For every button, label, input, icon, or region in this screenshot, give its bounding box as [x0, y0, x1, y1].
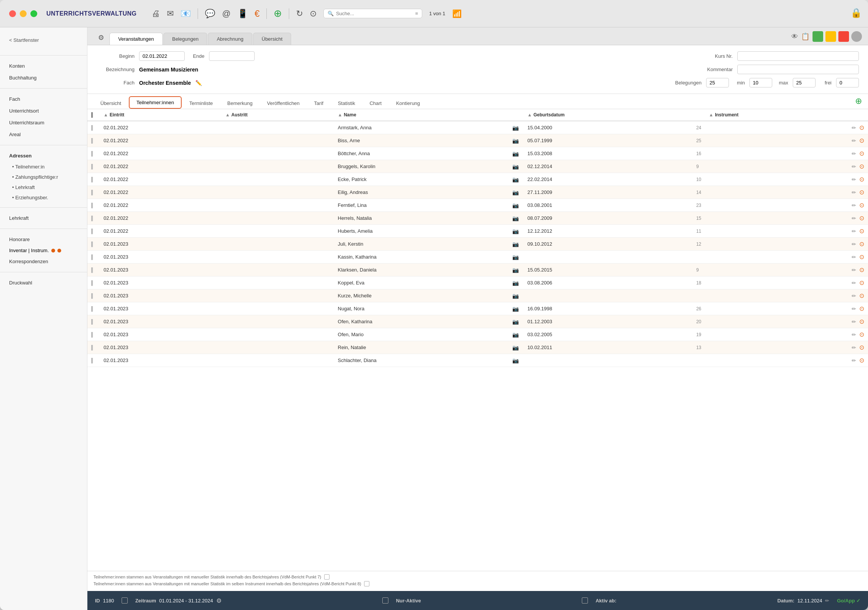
edit-icon[interactable]: ✏ — [852, 164, 856, 170]
sidebar-erziehungsber[interactable]: Erziehungsber. — [0, 193, 87, 202]
sidebar-back[interactable]: < Startfenster — [0, 35, 87, 45]
open-icon[interactable]: ⊙ — [859, 124, 864, 131]
sidebar-zahlungspflichtige[interactable]: Zahlungspflichtige:r — [0, 173, 87, 181]
sidebar-lehrkraft-item[interactable]: Lehrkraft — [0, 213, 87, 223]
edit-icon[interactable]: ✏ — [852, 202, 856, 208]
subtab-veroeffentlichen[interactable]: Veröffentlichen — [260, 98, 307, 109]
subtab-kontierung[interactable]: Kontierung — [389, 98, 427, 109]
sidebar-teilnehmer[interactable]: Teilnehmer:in — [0, 162, 87, 171]
sidebar-druckwahl[interactable]: Druckwahl — [0, 278, 87, 288]
sidebar-inventar-row[interactable]: Inventar | Instrum. — [0, 246, 87, 255]
help-icon[interactable]: ⊙ — [310, 9, 317, 19]
sms-icon[interactable]: 💬 — [205, 9, 215, 19]
open-icon[interactable]: ⊙ — [859, 163, 864, 170]
th-name[interactable]: ▲Name — [334, 109, 508, 121]
open-icon[interactable]: ⊙ — [859, 318, 864, 325]
subtab-bemerkung[interactable]: Bemerkung — [220, 98, 259, 109]
goapp-label[interactable]: Go/App ✓ — [837, 598, 860, 604]
kurs-nr-input[interactable] — [737, 51, 859, 61]
tab-veranstaltungen[interactable]: Veranstaltungen — [109, 33, 163, 45]
open-icon[interactable]: ⊙ — [859, 137, 864, 144]
sidebar-buchhaltung[interactable]: Buchhaltung — [0, 73, 87, 83]
beginn-input[interactable] — [139, 51, 185, 61]
open-icon[interactable]: ⊙ — [859, 176, 864, 183]
eye-icon[interactable]: 👁 — [791, 33, 798, 41]
edit-icon[interactable]: ✏ — [852, 176, 856, 183]
sidebar-unterrichtsort[interactable]: Unterrichtsort — [0, 106, 87, 116]
edit-icon[interactable]: ✏ — [852, 138, 856, 144]
sidebar-lehrkraft[interactable]: Lehrkraft — [0, 183, 87, 192]
th-bar[interactable]: ▌ — [87, 109, 100, 121]
sidebar-honorare[interactable]: Honorare — [0, 234, 87, 245]
edit-icon[interactable]: ✏ — [852, 319, 856, 325]
belegungen-input[interactable] — [706, 78, 729, 87]
edit-icon[interactable]: ✏ — [852, 293, 856, 299]
edit-icon[interactable]: ✏ — [852, 125, 856, 131]
datum-edit-icon[interactable]: ✏ — [825, 598, 829, 604]
th-austritt[interactable]: ▲Austritt — [222, 109, 334, 121]
zeitraum-checkbox[interactable] — [122, 597, 128, 604]
fach-edit-icon[interactable]: ✏️ — [195, 80, 202, 86]
open-icon[interactable]: ⊙ — [859, 279, 864, 286]
th-geburtsdatum[interactable]: ▲Geburtsdatum — [524, 109, 692, 121]
maximize-button[interactable] — [30, 10, 37, 17]
open-icon[interactable]: ⊙ — [859, 227, 864, 235]
aktiv-ab-checkbox[interactable] — [582, 597, 588, 604]
edit-icon[interactable]: ✏ — [852, 267, 856, 273]
open-icon[interactable]: ⊙ — [859, 331, 864, 338]
email2-icon[interactable]: 📧 — [181, 9, 191, 19]
edit-icon[interactable]: ✏ — [852, 189, 856, 195]
subtab-uebersicht[interactable]: Übersicht — [93, 98, 128, 109]
min-input[interactable] — [749, 78, 772, 87]
close-button[interactable] — [9, 10, 16, 17]
note-icon[interactable]: 📋 — [801, 32, 809, 41]
open-icon[interactable]: ⊙ — [859, 266, 864, 273]
open-icon[interactable]: ⊙ — [859, 189, 864, 196]
open-icon[interactable]: ⊙ — [859, 357, 864, 364]
print-icon[interactable]: 🖨 — [152, 9, 160, 19]
zeitraum-gear-icon[interactable]: ⚙ — [216, 597, 222, 604]
edit-icon[interactable]: ✏ — [852, 151, 856, 157]
status-goapp[interactable]: Go/App ✓ — [837, 598, 860, 604]
minimize-button[interactable] — [20, 10, 27, 17]
open-icon[interactable]: ⊙ — [859, 292, 864, 299]
max-input[interactable] — [793, 78, 816, 87]
subtab-teilnehmer[interactable]: Teilnehmer:innen — [129, 96, 182, 109]
settings-icon[interactable]: ⚙ — [93, 30, 109, 45]
add-row-button[interactable]: ⊕ — [855, 96, 862, 106]
edit-icon[interactable]: ✏ — [852, 241, 856, 247]
sidebar-areal[interactable]: Areal — [0, 129, 87, 140]
edit-icon[interactable]: ✏ — [852, 306, 856, 312]
edit-icon[interactable]: ✏ — [852, 345, 856, 351]
at-icon[interactable]: @ — [222, 9, 230, 19]
tab-uebersicht[interactable]: Übersicht — [253, 33, 291, 45]
kommentar-input[interactable] — [737, 65, 859, 74]
subtab-terminliste[interactable]: Terminliste — [182, 98, 220, 109]
nur-aktive-checkbox[interactable] — [382, 597, 388, 604]
sidebar-unterrichtsraum[interactable]: Unterrichtsraum — [0, 118, 87, 128]
tab-belegungen[interactable]: Belegungen — [163, 33, 207, 45]
th-eintritt[interactable]: ▲Eintritt — [100, 109, 222, 121]
open-icon[interactable]: ⊙ — [859, 240, 864, 248]
app-icon[interactable]: 📱 — [238, 9, 248, 19]
subtab-tarif[interactable]: Tarif — [307, 98, 330, 109]
footer-note-1-checkbox[interactable] — [324, 574, 329, 580]
open-icon[interactable]: ⊙ — [859, 202, 864, 209]
tab-abrechnung[interactable]: Abrechnung — [208, 33, 252, 45]
open-icon[interactable]: ⊙ — [859, 305, 864, 312]
edit-icon[interactable]: ✏ — [852, 280, 856, 286]
subtab-chart[interactable]: Chart — [363, 98, 388, 109]
sidebar-konten[interactable]: Konten — [0, 61, 87, 71]
sidebar-fach[interactable]: Fach — [0, 94, 87, 104]
search-input[interactable] — [336, 11, 413, 16]
subtab-statistik[interactable]: Statistik — [331, 98, 362, 109]
ende-input[interactable] — [209, 51, 255, 61]
edit-icon[interactable]: ✏ — [852, 254, 856, 260]
open-icon[interactable]: ⊙ — [859, 214, 864, 222]
edit-icon[interactable]: ✏ — [852, 215, 856, 221]
sidebar-korrespondenzen[interactable]: Korrespondenzen — [0, 256, 87, 267]
frei-input[interactable] — [836, 78, 859, 87]
open-icon[interactable]: ⊙ — [859, 150, 864, 157]
plus-circle-icon[interactable]: ⊕ — [274, 8, 282, 19]
euro-icon[interactable]: € — [255, 8, 260, 19]
